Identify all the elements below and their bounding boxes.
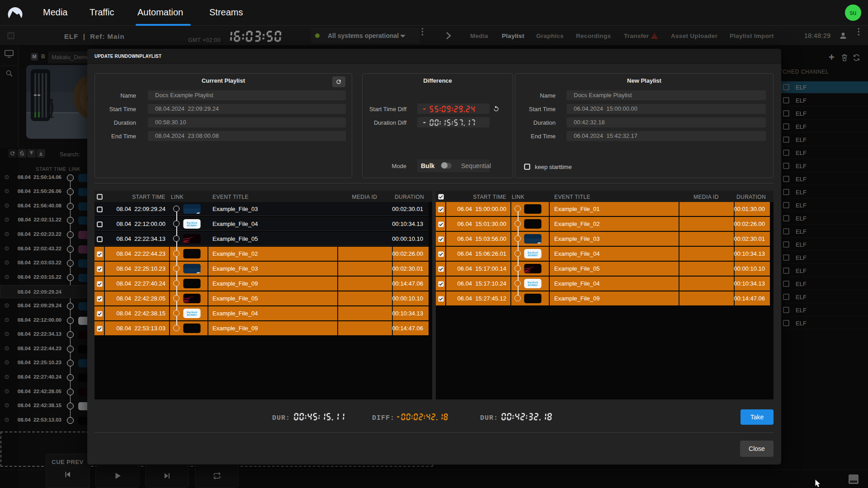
svg-text:BUNNY: BUNNY [528, 253, 538, 257]
svg-text:BUNNY: BUNNY [528, 283, 538, 286]
svg-text:BUNNY: BUNNY [187, 224, 197, 227]
svg-text:BUNNY: BUNNY [187, 313, 197, 316]
